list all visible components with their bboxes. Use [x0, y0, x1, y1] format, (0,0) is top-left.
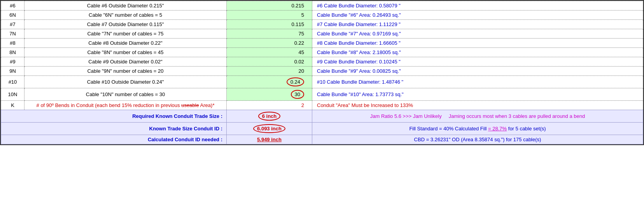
row-result: Cable Bundle "#6" Area: 0.26493 sq."	[312, 11, 643, 20]
footer-row-2: Known Trade Size Conduit ID : 6.093 inch…	[1, 123, 643, 135]
footer-value-3[interactable]: 5.949 inch	[227, 135, 312, 144]
row-result: #6 Cable Bundle Diameter: 0.58079 "	[312, 1, 643, 11]
row-id: 8N	[1, 48, 24, 57]
footer-row-1: Required Known Conduit Trade Size : 6 in…	[1, 110, 643, 123]
row-value[interactable]: 5	[227, 11, 312, 20]
table-row: 7N Cable "7N" number of cables = 75 75 C…	[1, 29, 643, 39]
row-description: Cable #8 Outside Diameter 0.22"	[24, 39, 227, 48]
row-value[interactable]: 75	[227, 29, 312, 39]
row-value[interactable]: 0.24	[227, 76, 312, 88]
row-result: Cable Bundle "#8" Area: 2.18005 sq."	[312, 48, 643, 57]
table-row: 9N Cable "9N" number of cables = 20 20 C…	[1, 67, 643, 76]
row-description: Cable #7 Outside Diameter 0.115"	[24, 20, 227, 29]
main-table-container: #6 Cable #6 Outside Diameter 0.215" 0.21…	[0, 0, 644, 145]
table-row: #7 Cable #7 Outside Diameter 0.115" 0.11…	[1, 20, 643, 29]
table-row: 8N Cable "8N" number of cables = 45 45 C…	[1, 48, 643, 57]
footer-result-3: CBD = 3.26231" OD (Area 8.35874 sq.") fo…	[312, 135, 643, 144]
row-value[interactable]: 0.22	[227, 39, 312, 48]
row-result: Cable Bundle "#10" Area: 1.73773 sq."	[312, 88, 643, 101]
table-row: #9 Cable #9 Outside Diameter 0.02" 0.02 …	[1, 57, 643, 67]
footer-value-2[interactable]: 6.093 inch	[227, 123, 312, 135]
row-id: K	[1, 101, 24, 110]
row-result: #10 Cable Bundle Diameter: 1.48746 "	[312, 76, 643, 88]
row-result: Cable Bundle "#7" Area: 0.97169 sq."	[312, 29, 643, 39]
row-description: Cable "7N" number of cables = 75	[24, 29, 227, 39]
row-id: #7	[1, 20, 24, 29]
table-row: 6N Cable "6N" number of cables = 5 5 Cab…	[1, 11, 643, 20]
row-id: #8	[1, 39, 24, 48]
row-value[interactable]: 20	[227, 67, 312, 76]
row-description: Cable "9N" number of cables = 20	[24, 67, 227, 76]
footer-fill-standard: Fill Standard = 40% Calculated Fill	[409, 126, 488, 132]
row-id: #10	[1, 76, 24, 88]
row-value[interactable]: 45	[227, 48, 312, 57]
table-row: #6 Cable #6 Outside Diameter 0.215" 0.21…	[1, 1, 643, 11]
row-id: #9	[1, 57, 24, 67]
footer-middle-1: Jam Ratio 5.6 >>> Jam Unlikely	[370, 113, 442, 119]
table-row: 10N Cable "10N" number of cables = 30 30…	[1, 88, 643, 101]
row-id: 6N	[1, 11, 24, 20]
row-value[interactable]: 0.02	[227, 57, 312, 67]
row-value[interactable]: 2	[227, 101, 312, 110]
table-row: #10 Cable #10 Outside Diameter 0.24" 0.2…	[1, 76, 643, 88]
row-value[interactable]: 30	[227, 88, 312, 101]
row-result: #7 Cable Bundle Diameter: 1.11229 "	[312, 20, 643, 29]
footer-value-circle-1: 6 inch	[258, 112, 281, 121]
footer-label-3: Calculated Conduit ID needed :	[1, 135, 227, 144]
row-value[interactable]: 0.215	[227, 1, 312, 11]
footer-label-1: Required Known Conduit Trade Size :	[1, 110, 227, 123]
row-id: 7N	[1, 29, 24, 39]
row-description: # of 90º Bends in Conduit (each bend 15%…	[24, 101, 227, 110]
row-description: Cable "10N" number of cables = 30	[24, 88, 227, 101]
row-result: #9 Cable Bundle Diameter: 0.10245 "	[312, 57, 643, 67]
row-description: Cable "6N" number of cables = 5	[24, 11, 227, 20]
footer-jam-text-1: Jaming occurs most when 3 cables are pul…	[449, 113, 585, 119]
row-description: Cable #10 Outside Diameter 0.24"	[24, 76, 227, 88]
row-description: Cable #9 Outside Diameter 0.02"	[24, 57, 227, 67]
footer-result-2: Fill Standard = 40% Calculated Fill = 28…	[312, 123, 643, 135]
row-description: Cable "8N" number of cables = 45	[24, 48, 227, 57]
row-id: #6	[1, 1, 24, 11]
row-id: 9N	[1, 67, 24, 76]
table-row: K # of 90º Bends in Conduit (each bend 1…	[1, 101, 643, 110]
row-result: Cable Bundle "#9" Area: 0.00825 sq."	[312, 67, 643, 76]
row-value[interactable]: 0.115	[227, 20, 312, 29]
circled-value: 0.24	[287, 77, 304, 86]
footer-label-2: Known Trade Size Conduit ID :	[1, 123, 227, 135]
data-table: #6 Cable #6 Outside Diameter 0.215" 0.21…	[1, 1, 643, 144]
footer-value-circle-2: 6.093 inch	[253, 124, 285, 133]
circled-value: 30	[291, 90, 304, 99]
row-id: 10N	[1, 88, 24, 101]
row-result: #8 Cable Bundle Diameter: 1.66605 "	[312, 39, 643, 48]
footer-row-3: Calculated Conduit ID needed : 5.949 inc…	[1, 135, 643, 144]
footer-value-1[interactable]: 6 inch	[227, 110, 312, 123]
footer-cable-sets: for 5 cable set(s)	[507, 126, 546, 132]
footer-cbd-text: CBD = 3.26231" OD (Area 8.35874 sq.") fo…	[414, 137, 541, 142]
footer-result-1: Jam Ratio 5.6 >>> Jam Unlikely Jaming oc…	[312, 110, 643, 123]
row-description: Cable #6 Outside Diameter 0.215"	[24, 1, 227, 11]
row-result: Conduit "Area" Must be Increased to 133%	[312, 101, 643, 110]
table-row: #8 Cable #8 Outside Diameter 0.22" 0.22 …	[1, 39, 643, 48]
